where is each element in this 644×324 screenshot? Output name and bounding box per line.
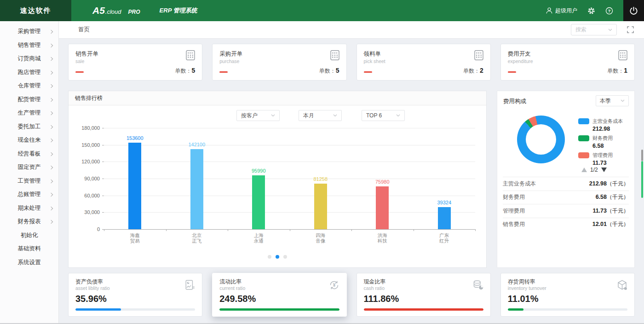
trend-dash	[508, 71, 516, 73]
summary-cards-row: 销售开单 sale 单数：5 采购开单 purchase 单数：5 领料单 pi…	[68, 44, 635, 81]
search-input[interactable]: 搜索	[571, 24, 617, 35]
sidebar-item-label: 总账管理	[18, 191, 41, 198]
pager-down-icon[interactable]	[601, 168, 607, 172]
report-icon	[184, 279, 196, 292]
legend-swatch	[578, 118, 589, 124]
scrollbar-thumb[interactable]	[641, 150, 643, 161]
sidebar-item-label: 初始化	[21, 231, 38, 239]
cube-icon	[616, 279, 628, 293]
carousel-dots	[268, 255, 287, 259]
sidebar-item-跑店管理[interactable]: 跑店管理	[0, 66, 58, 80]
card-current-ratio[interactable]: 流动比率 current ratio ¥ 249.58%	[212, 273, 346, 317]
progress-fill	[219, 308, 339, 311]
settings-button[interactable]	[587, 7, 595, 15]
user-name: 超级用户	[555, 7, 577, 15]
sidebar-item-系统设置[interactable]: 系统设置	[0, 256, 58, 270]
carousel-dot-1[interactable]	[268, 255, 271, 259]
gridline	[104, 162, 475, 162]
trend-dash	[364, 71, 372, 73]
card-title: 资产负债率	[75, 278, 103, 286]
sidebar-item-仓库管理[interactable]: 仓库管理	[0, 79, 58, 93]
panels-row: 销售排行榜 按客户 本月 TOP 6 030,00060,00090,00012…	[68, 91, 635, 268]
sales-bar-chart: 030,00060,00090,000120,000150,000180,000…	[69, 91, 486, 267]
logout-button[interactable]	[623, 0, 644, 21]
tab-home[interactable]: 首页	[78, 26, 90, 34]
y-axis-label: 60,000	[76, 193, 100, 198]
expense-row-label: 销售费用	[503, 220, 525, 228]
sidebar-item-label: 期末处理	[18, 204, 41, 212]
card-subtitle: purchase	[219, 58, 239, 64]
card-expenditure[interactable]: 费用开支 expenditure 单数：1	[500, 44, 635, 81]
x-tick	[351, 229, 352, 231]
card-sales-order[interactable]: 销售开单 sale 单数：5	[68, 44, 202, 81]
refresh-yen-icon: ¥	[328, 279, 340, 293]
bar-value-label: 142100	[178, 142, 215, 147]
carousel-dot-2[interactable]	[276, 255, 279, 259]
header-actions: 超级用户 ?	[546, 0, 644, 21]
sidebar-item-销售管理[interactable]: 销售管理	[0, 39, 58, 52]
product-domain: .cloud	[105, 8, 121, 15]
bar-洪海科技	[376, 186, 389, 229]
x-axis-label: 海鑫贸易	[116, 232, 153, 243]
sidebar-item-label: 财务报表	[18, 218, 41, 226]
sidebar-item-采购管理[interactable]: 采购管理	[0, 25, 58, 39]
progress-fill	[75, 308, 121, 311]
sidebar-item-订货商城[interactable]: 订货商城	[0, 52, 58, 66]
card-purchase-order[interactable]: 采购开单 purchase 单数：5	[212, 44, 346, 81]
y-tick	[102, 162, 104, 162]
sidebar-item-总账管理[interactable]: 总账管理	[0, 188, 58, 202]
sales-ranking-panel: 销售排行榜 按客户 本月 TOP 6 030,00060,00090,00012…	[68, 91, 487, 268]
x-tick	[290, 229, 290, 231]
calculator-icon	[618, 50, 628, 63]
sidebar-item-财务报表[interactable]: 财务报表	[0, 215, 58, 229]
search-placeholder: 搜索	[575, 26, 586, 34]
expense-row-label: 财务费用	[503, 193, 525, 201]
expense-donut-chart	[517, 116, 565, 163]
ratio-value: 249.58%	[219, 294, 256, 304]
sidebar-item-label: 采购管理	[18, 28, 41, 35]
card-subtitle: cash ratio	[364, 285, 385, 291]
scrollbar-thumb-green[interactable]	[641, 161, 643, 198]
coins-icon	[472, 279, 484, 293]
chevron-right-icon	[49, 179, 53, 183]
expense-row-财务费用: 财务费用6.58（千元）	[503, 191, 629, 204]
x-tick	[475, 229, 476, 231]
gridline	[104, 128, 475, 128]
sidebar-item-固定资产[interactable]: 固定资产	[0, 161, 58, 174]
period-select[interactable]: 本季	[596, 95, 629, 106]
bar-value-label: 153600	[116, 135, 153, 141]
help-button[interactable]: ?	[605, 7, 613, 15]
card-cash-ratio[interactable]: 现金比率 cash ratio 111.86%	[356, 273, 491, 317]
fullscreen-button[interactable]	[627, 26, 634, 33]
card-count: 单数：5	[319, 67, 339, 75]
legend-row: 主营业务成本	[578, 118, 623, 125]
sidebar-item-现金往来[interactable]: 现金往来	[0, 133, 58, 147]
sidebar-item-label: 基础资料	[18, 245, 41, 253]
sidebar-item-工资管理[interactable]: 工资管理	[0, 174, 58, 188]
sidebar-item-基础资料[interactable]: 基础资料	[0, 242, 58, 256]
sidebar-item-生产管理[interactable]: 生产管理	[0, 106, 58, 120]
brand-logo: 速达软件	[0, 0, 71, 21]
card-count: 单数：5	[175, 67, 195, 75]
sidebar-item-期末处理[interactable]: 期末处理	[0, 202, 58, 215]
sidebar-item-经营看板[interactable]: 经营看板	[0, 147, 58, 161]
card-inventory-turnover[interactable]: 存货周转率 inventory turnover 11.01%	[500, 273, 635, 317]
sidebar-item-委托加工[interactable]: 委托加工	[0, 120, 58, 134]
chevron-right-icon	[49, 166, 53, 169]
bar-上海永通	[252, 175, 265, 229]
carousel-dot-3[interactable]	[283, 255, 287, 259]
chevron-right-icon	[49, 70, 53, 74]
expense-composition-panel: 费用构成 本季 主营业务成本212.98财务费用6.58管理费用11.73 1/…	[497, 91, 635, 268]
expense-row-value: 6.58（千元）	[596, 193, 629, 201]
dashboard-content: 销售开单 sale 单数：5 采购开单 purchase 单数：5 领料单 pi…	[59, 39, 644, 317]
sidebar-item-配货管理[interactable]: 配货管理	[0, 93, 58, 107]
sidebar-item-初始化[interactable]: 初始化	[0, 229, 58, 243]
user-menu[interactable]: 超级用户	[546, 7, 577, 15]
progress-track	[364, 308, 483, 311]
card-asset-liability-ratio[interactable]: 资产负债率 asset liblity ratio 35.96%	[68, 273, 202, 317]
x-axis-label: 洪海科技	[364, 232, 401, 243]
expense-row-主营业务成本: 主营业务成本212.98（千元）	[503, 177, 629, 191]
card-pick-sheet[interactable]: 领料单 pick sheet 单数：2	[356, 44, 491, 81]
card-title: 费用开支	[508, 50, 531, 58]
pager-up-icon[interactable]	[581, 168, 587, 172]
